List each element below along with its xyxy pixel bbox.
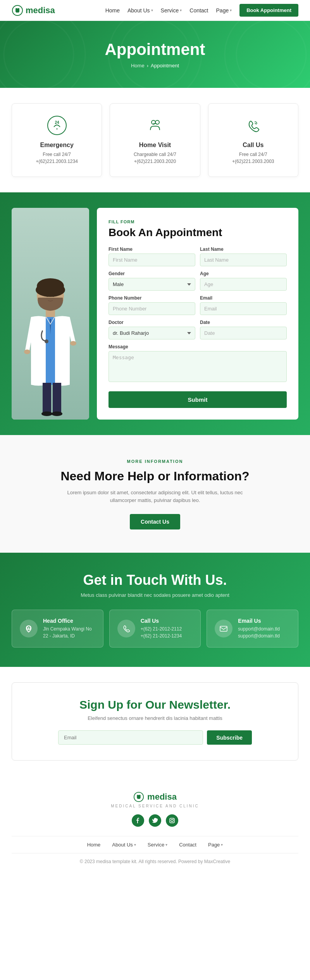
svg-point-15 [52, 293, 55, 297]
newsletter-form: Subscribe [58, 730, 252, 745]
touch-cards: Head Office Jln Cempaka Wangi No 22 - Ja… [12, 610, 298, 648]
footer-nav-about[interactable]: About Us ▾ [112, 842, 136, 848]
nav-service[interactable]: Service ▾ [161, 7, 182, 14]
newsletter-email-input[interactable] [58, 730, 203, 745]
more-info-description: Lorem ipsum dolor sit amet, consectetur … [58, 489, 252, 505]
svg-rect-22 [220, 626, 227, 631]
instagram-icon[interactable] [166, 814, 178, 827]
footer: medisa MEDICAL SERVICE AND CLINIC [0, 776, 310, 880]
email-input[interactable] [200, 302, 287, 315]
services-section: 24 Emergency Free call 24/7 +(62)221.200… [0, 88, 310, 192]
first-name-input[interactable] [108, 254, 195, 266]
nav-links: Home About Us ▾ Service ▾ Contact Page ▾… [105, 4, 298, 17]
message-row: Message [108, 344, 287, 384]
newsletter-subtitle: Eleifend senectus ornare hendrerit dis l… [28, 715, 282, 721]
more-info-tag: MORE INFORMATION [58, 458, 252, 465]
contact-us-button[interactable]: Contact Us [130, 514, 180, 529]
newsletter-section: Sign Up for Our Newsletter. Eleifend sen… [0, 667, 310, 776]
svg-point-26 [173, 819, 174, 820]
message-group: Message [108, 344, 287, 384]
more-info-title: Need More Help or Information? [12, 469, 298, 483]
date-label: Date [200, 320, 287, 325]
nav-home[interactable]: Home [105, 7, 120, 14]
name-row: First Name Last Name [108, 247, 287, 266]
office-line1: Jln Cempaka Wangi No [43, 625, 92, 632]
doctor-silhouette-icon [16, 272, 85, 420]
home-visit-icon [118, 115, 192, 137]
age-label: Age [200, 271, 287, 276]
first-name-group: First Name [108, 247, 195, 266]
form-tag: FILL FORM [108, 219, 287, 224]
nav-about[interactable]: About Us ▾ [127, 7, 153, 14]
phone-group: Phone Number [108, 295, 195, 315]
email-touch-title: Email Us [238, 618, 280, 624]
logo[interactable]: medisa [12, 5, 55, 16]
date-group: Date [200, 320, 287, 339]
touch-card-email: Email Us support@domain.tld support@doma… [207, 610, 298, 648]
svg-point-14 [46, 293, 49, 297]
emergency-line2: +(62)221.2003.1234 [20, 158, 94, 165]
footer-nav: Home About Us ▾ Service ▾ Contact Page ▾ [12, 836, 298, 853]
svg-point-8 [36, 283, 65, 297]
age-group: Age [200, 271, 287, 291]
service-card-call: Call Us Free call 24/7 +(62)221.2003.200… [208, 103, 298, 177]
age-input[interactable] [200, 278, 287, 291]
facebook-icon[interactable] [132, 814, 144, 827]
breadcrumb-separator: › [147, 63, 148, 69]
email-line1: support@domain.tld [238, 625, 280, 632]
newsletter-box: Sign Up for Our Newsletter. Eleifend sen… [12, 682, 298, 761]
appointment-section: FILL FORM Book An Appointment First Name… [0, 192, 310, 435]
footer-nav-page[interactable]: Page ▾ [208, 842, 223, 848]
message-input[interactable] [108, 351, 287, 382]
location-icon [20, 620, 38, 637]
svg-point-12 [24, 350, 30, 354]
footer-nav-home[interactable]: Home [87, 842, 101, 848]
doctor-group: Doctor dr. Budi Raharjo dr. Jane Smith d… [108, 320, 195, 339]
nav-page[interactable]: Page ▾ [216, 7, 232, 14]
phone-icon [117, 620, 135, 637]
service-card-home-visit: Home Visit Chargeable call 24/7 +(62)221… [110, 103, 200, 177]
form-card: FILL FORM Book An Appointment First Name… [97, 208, 298, 420]
submit-button[interactable]: Submit [108, 391, 287, 408]
subscribe-button[interactable]: Subscribe [207, 730, 252, 745]
call-line2: +(62) 21-2012-1234 [141, 632, 182, 639]
svg-point-13 [70, 341, 76, 346]
home-visit-title: Home Visit [118, 142, 192, 149]
call-line1: Free call 24/7 [216, 151, 290, 158]
doctor-select[interactable]: dr. Budi Raharjo dr. Jane Smith dr. Ahma… [108, 327, 195, 339]
phone-input[interactable] [108, 302, 195, 315]
emergency-icon: 24 [20, 115, 94, 137]
chevron-down-icon: ▾ [151, 8, 153, 12]
phone-email-row: Phone Number Email [108, 295, 287, 315]
footer-nav-contact[interactable]: Contact [179, 842, 196, 848]
gender-select[interactable]: Male Female Other [108, 278, 195, 291]
breadcrumb-current: Appointment [151, 63, 179, 69]
home-visit-line2: +(62)221.2003.2020 [118, 158, 192, 165]
svg-rect-17 [53, 383, 61, 414]
twitter-icon[interactable] [149, 814, 161, 827]
footer-tagline: MEDICAL SERVICE AND CLINIC [12, 804, 298, 808]
last-name-group: Last Name [200, 247, 287, 266]
breadcrumb-home[interactable]: Home [131, 63, 145, 69]
doctor-image [12, 208, 89, 420]
touch-card-call: Call Us +(62) 21-2012-2112 +(62) 21-2012… [109, 610, 201, 648]
doctor-label: Doctor [108, 320, 195, 325]
touch-title: Get in Touch With Us. [12, 572, 298, 588]
touch-card-office-content: Head Office Jln Cempaka Wangi No 22 - Ja… [43, 618, 92, 639]
social-links [12, 814, 298, 827]
footer-nav-service[interactable]: Service ▾ [148, 842, 167, 848]
chevron-down-icon: ▾ [165, 843, 167, 847]
footer-logo-section: medisa MEDICAL SERVICE AND CLINIC [0, 776, 310, 880]
last-name-input[interactable] [200, 254, 287, 266]
chevron-down-icon: ▾ [180, 8, 182, 12]
first-name-label: First Name [108, 247, 195, 252]
call-icon [216, 115, 290, 137]
chevron-down-icon: ▾ [134, 843, 136, 847]
book-appointment-button[interactable]: Book Appointment [239, 4, 298, 17]
call-line2: +(62)221.2003.2003 [216, 158, 290, 165]
call-line1: +(62) 21-2012-2112 [141, 625, 182, 632]
date-input[interactable] [200, 327, 287, 339]
call-touch-title: Call Us [141, 618, 182, 624]
svg-point-11 [45, 339, 48, 343]
nav-contact[interactable]: Contact [189, 7, 208, 14]
